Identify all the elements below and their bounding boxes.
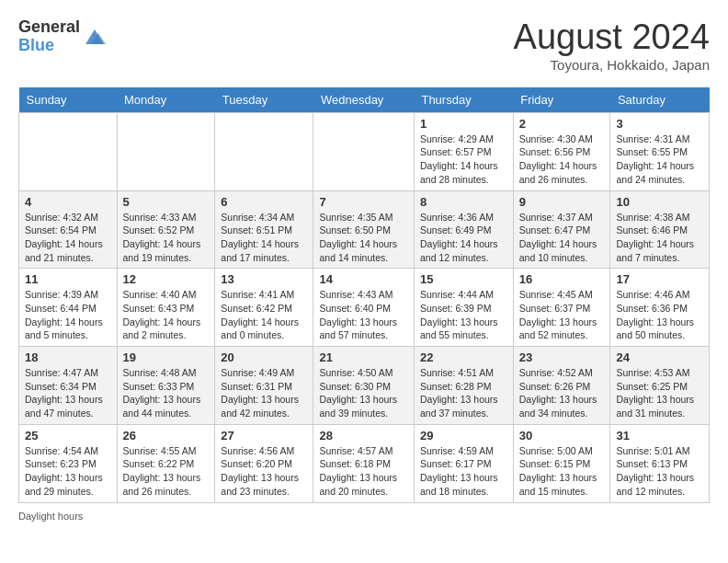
daylight-hours-label: Daylight hours: [18, 511, 83, 522]
day-number: 21: [319, 350, 408, 364]
calendar-cell: 20Sunrise: 4:49 AM Sunset: 6:31 PM Dayli…: [215, 347, 313, 425]
calendar-cell: 24Sunrise: 4:53 AM Sunset: 6:25 PM Dayli…: [610, 347, 710, 425]
logo-blue-text: Blue: [18, 36, 54, 54]
day-number: 8: [420, 195, 507, 209]
day-number: 1: [420, 117, 507, 131]
weekday-header-monday: Monday: [117, 87, 215, 113]
calendar-cell: 21Sunrise: 4:50 AM Sunset: 6:30 PM Dayli…: [313, 347, 415, 425]
calendar-cell: 18Sunrise: 4:47 AM Sunset: 6:34 PM Dayli…: [19, 347, 118, 425]
calendar-cell: 23Sunrise: 4:52 AM Sunset: 6:26 PM Dayli…: [513, 347, 610, 425]
day-number: 28: [319, 429, 408, 442]
day-detail: Sunrise: 4:41 AM Sunset: 6:42 PM Dayligh…: [221, 288, 307, 342]
calendar-week-row: 4Sunrise: 4:32 AM Sunset: 6:54 PM Daylig…: [19, 190, 710, 269]
day-detail: Sunrise: 4:35 AM Sunset: 6:50 PM Dayligh…: [319, 211, 408, 265]
day-detail: Sunrise: 4:38 AM Sunset: 6:46 PM Dayligh…: [616, 211, 703, 265]
weekday-header-sunday: Sunday: [19, 87, 118, 113]
title-area: August 2024 Toyoura, Hokkaido, Japan: [514, 18, 710, 73]
day-number: 17: [616, 272, 703, 286]
calendar-cell: 1Sunrise: 4:29 AM Sunset: 6:57 PM Daylig…: [414, 112, 513, 190]
calendar-cell: 19Sunrise: 4:48 AM Sunset: 6:33 PM Dayli…: [117, 347, 215, 425]
day-number: 3: [616, 117, 703, 131]
day-detail: Sunrise: 4:29 AM Sunset: 6:57 PM Dayligh…: [420, 132, 507, 187]
day-detail: Sunrise: 4:47 AM Sunset: 6:34 PM Dayligh…: [25, 366, 111, 420]
weekday-header-thursday: Thursday: [414, 87, 513, 113]
day-number: 25: [25, 429, 111, 442]
day-number: 24: [616, 350, 703, 364]
day-number: 23: [519, 350, 605, 364]
day-detail: Sunrise: 4:33 AM Sunset: 6:52 PM Dayligh…: [123, 211, 210, 265]
calendar-cell: 15Sunrise: 4:44 AM Sunset: 6:39 PM Dayli…: [414, 269, 513, 347]
calendar-week-row: 25Sunrise: 4:54 AM Sunset: 6:23 PM Dayli…: [19, 424, 710, 502]
header: General Blue August 2024 Toyoura, Hokkai…: [18, 18, 710, 73]
day-detail: Sunrise: 4:50 AM Sunset: 6:30 PM Dayligh…: [319, 366, 408, 420]
calendar-cell: 13Sunrise: 4:41 AM Sunset: 6:42 PM Dayli…: [215, 269, 313, 347]
calendar-cell: 10Sunrise: 4:38 AM Sunset: 6:46 PM Dayli…: [610, 190, 710, 269]
weekday-header-friday: Friday: [513, 87, 610, 113]
month-title: August 2024: [514, 18, 710, 57]
calendar-table: SundayMondayTuesdayWednesdayThursdayFrid…: [18, 87, 710, 503]
calendar-week-row: 1Sunrise: 4:29 AM Sunset: 6:57 PM Daylig…: [19, 112, 710, 190]
logo: General Blue: [18, 18, 108, 55]
calendar-cell: [19, 112, 118, 190]
calendar-week-row: 11Sunrise: 4:39 AM Sunset: 6:44 PM Dayli…: [19, 269, 710, 347]
day-number: 10: [616, 195, 703, 209]
day-detail: Sunrise: 4:37 AM Sunset: 6:47 PM Dayligh…: [519, 211, 605, 265]
logo-general-text: General: [18, 17, 80, 36]
day-detail: Sunrise: 4:52 AM Sunset: 6:26 PM Dayligh…: [519, 366, 605, 420]
calendar-cell: 11Sunrise: 4:39 AM Sunset: 6:44 PM Dayli…: [19, 269, 118, 347]
day-detail: Sunrise: 4:44 AM Sunset: 6:39 PM Dayligh…: [420, 288, 507, 342]
day-number: 6: [221, 195, 307, 209]
location-title: Toyoura, Hokkaido, Japan: [514, 57, 710, 73]
day-detail: Sunrise: 4:40 AM Sunset: 6:43 PM Dayligh…: [123, 288, 210, 342]
day-number: 5: [123, 195, 210, 209]
calendar-cell: 9Sunrise: 4:37 AM Sunset: 6:47 PM Daylig…: [513, 190, 610, 269]
day-number: 2: [519, 117, 605, 131]
calendar-cell: [215, 112, 313, 190]
day-number: 27: [221, 429, 307, 442]
day-detail: Sunrise: 4:54 AM Sunset: 6:23 PM Dayligh…: [25, 444, 111, 499]
day-number: 29: [420, 429, 507, 442]
calendar-cell: 26Sunrise: 4:55 AM Sunset: 6:22 PM Dayli…: [117, 424, 215, 502]
calendar-cell: 3Sunrise: 4:31 AM Sunset: 6:55 PM Daylig…: [610, 112, 710, 190]
calendar-cell: 2Sunrise: 4:30 AM Sunset: 6:56 PM Daylig…: [513, 112, 610, 190]
day-detail: Sunrise: 4:57 AM Sunset: 6:18 PM Dayligh…: [319, 444, 408, 499]
calendar-cell: 29Sunrise: 4:59 AM Sunset: 6:17 PM Dayli…: [414, 424, 513, 502]
day-detail: Sunrise: 4:49 AM Sunset: 6:31 PM Dayligh…: [221, 366, 307, 420]
weekday-header-wednesday: Wednesday: [313, 87, 415, 113]
day-detail: Sunrise: 4:39 AM Sunset: 6:44 PM Dayligh…: [25, 288, 111, 342]
calendar-cell: 22Sunrise: 4:51 AM Sunset: 6:28 PM Dayli…: [414, 347, 513, 425]
calendar-cell: 7Sunrise: 4:35 AM Sunset: 6:50 PM Daylig…: [313, 190, 415, 269]
calendar-cell: 17Sunrise: 4:46 AM Sunset: 6:36 PM Dayli…: [610, 269, 710, 347]
day-number: 30: [519, 429, 605, 442]
day-number: 31: [616, 429, 703, 442]
day-number: 11: [25, 272, 111, 286]
day-detail: Sunrise: 5:00 AM Sunset: 6:15 PM Dayligh…: [519, 444, 605, 499]
calendar-cell: [117, 112, 215, 190]
day-number: 16: [519, 272, 605, 286]
day-number: 15: [420, 272, 507, 286]
calendar-cell: 8Sunrise: 4:36 AM Sunset: 6:49 PM Daylig…: [414, 190, 513, 269]
calendar-cell: 31Sunrise: 5:01 AM Sunset: 6:13 PM Dayli…: [610, 424, 710, 502]
calendar-week-row: 18Sunrise: 4:47 AM Sunset: 6:34 PM Dayli…: [19, 347, 710, 425]
day-number: 26: [123, 429, 210, 442]
calendar-cell: 28Sunrise: 4:57 AM Sunset: 6:18 PM Dayli…: [313, 424, 415, 502]
day-detail: Sunrise: 4:36 AM Sunset: 6:49 PM Dayligh…: [420, 211, 507, 265]
day-detail: Sunrise: 4:31 AM Sunset: 6:55 PM Dayligh…: [616, 132, 703, 187]
day-number: 18: [25, 350, 111, 364]
logo-icon: [82, 24, 108, 50]
day-detail: Sunrise: 4:56 AM Sunset: 6:20 PM Dayligh…: [221, 444, 307, 499]
calendar-cell: [313, 112, 415, 190]
day-number: 20: [221, 350, 307, 364]
day-number: 19: [123, 350, 210, 364]
day-detail: Sunrise: 4:48 AM Sunset: 6:33 PM Dayligh…: [123, 366, 210, 420]
footer-note: Daylight hours: [18, 511, 710, 522]
calendar-cell: 27Sunrise: 4:56 AM Sunset: 6:20 PM Dayli…: [215, 424, 313, 502]
weekday-header-tuesday: Tuesday: [215, 87, 313, 113]
day-number: 4: [25, 195, 111, 209]
day-detail: Sunrise: 4:45 AM Sunset: 6:37 PM Dayligh…: [519, 288, 605, 342]
calendar-cell: 5Sunrise: 4:33 AM Sunset: 6:52 PM Daylig…: [117, 190, 215, 269]
day-detail: Sunrise: 4:30 AM Sunset: 6:56 PM Dayligh…: [519, 132, 605, 187]
day-detail: Sunrise: 5:01 AM Sunset: 6:13 PM Dayligh…: [616, 444, 703, 499]
weekday-header-saturday: Saturday: [610, 87, 710, 113]
day-detail: Sunrise: 4:46 AM Sunset: 6:36 PM Dayligh…: [616, 288, 703, 342]
